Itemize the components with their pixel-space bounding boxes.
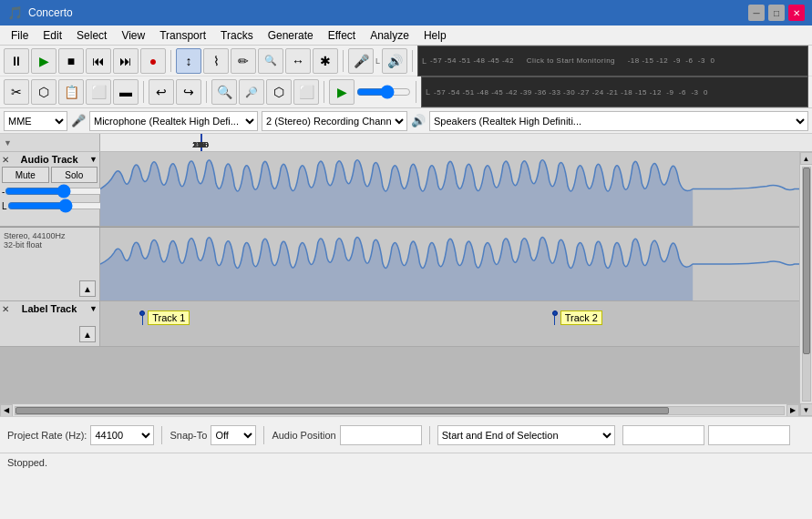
vscroll-down-button[interactable]: ▼ <box>800 403 813 416</box>
hscroll-thumb[interactable] <box>15 407 669 414</box>
channels-select[interactable]: 2 (Stereo) Recording Channels <box>262 111 407 131</box>
snap-to-select[interactable]: Off <box>211 425 256 445</box>
audio-track-waveform-top[interactable]: 1.0 0.0 -1.0 <box>100 152 799 226</box>
track-collapse-button[interactable]: ▲ <box>79 280 96 297</box>
pan-row: L R <box>2 199 98 212</box>
audio-track-controls-bottom: Stereo, 44100Hz32-bit float ▲ <box>0 228 100 300</box>
toolbar-container: ⏸ ▶ ■ ⏮ ⏭ ● ↕ ⌇ ✏ 🔍 ↔ ✱ 🎤 L 🔊 L -57 -54 … <box>0 46 812 108</box>
speakers-select[interactable]: Speakers (Realtek High Definiti... <box>429 111 808 131</box>
silence-button[interactable]: ▬ <box>113 79 139 105</box>
tick-245: 2:45 <box>192 140 209 149</box>
vu-meter-bottom[interactable]: L -57 -54 -51 -48 -45 -42 -39 -36 -33 -3… <box>421 76 808 107</box>
trim-button[interactable]: ⬜ <box>86 79 111 105</box>
skip-start-button[interactable]: ⏮ <box>86 48 111 74</box>
label-pin-1 <box>139 310 146 325</box>
mute-button[interactable]: Mute <box>2 167 49 183</box>
vscroll-thumb[interactable] <box>803 168 810 354</box>
menu-file[interactable]: File <box>4 27 36 44</box>
menu-tracks[interactable]: Tracks <box>213 27 261 44</box>
maximize-button[interactable]: □ <box>768 5 785 21</box>
sep-1 <box>170 50 171 72</box>
audio-track-controls: ✕ Audio Track ▼ Mute Solo - + L R <box>0 152 100 226</box>
speed-slider[interactable] <box>356 86 411 98</box>
mic-button[interactable]: 🎤 <box>348 48 374 74</box>
speaker-icon2: 🔊 <box>411 114 426 127</box>
copy-button[interactable]: ⬡ <box>31 79 57 105</box>
multi-tool-button[interactable]: ✱ <box>313 48 338 74</box>
menu-effect[interactable]: Effect <box>321 27 363 44</box>
paste-button[interactable]: 📋 <box>58 79 84 105</box>
collapse-area: ▲ <box>2 279 98 299</box>
hscroll-right-button[interactable]: ▶ <box>786 404 799 417</box>
selection-mode-group: Start and End of Selection <box>437 425 615 445</box>
status-sep-3 <box>429 426 430 444</box>
toolbar-row-2: ✂ ⬡ 📋 ⬜ ▬ ↩ ↪ 🔍 🔎 ⬡ ⬜ ▶ L -57 -54 -51 -4… <box>0 76 812 107</box>
label-text-track1[interactable]: Track 1 <box>148 310 190 325</box>
app-title: Concerto <box>28 6 743 19</box>
envelope-tool-button[interactable]: ⌇ <box>203 48 229 74</box>
zoom-out-button[interactable]: 🔎 <box>239 79 264 105</box>
play-at-speed-button[interactable]: ▶ <box>329 79 355 105</box>
vscroll-up-button[interactable]: ▲ <box>800 152 813 165</box>
track-close-button[interactable]: ✕ <box>2 155 9 165</box>
vscroll-track <box>802 167 811 402</box>
menu-transport[interactable]: Transport <box>152 27 213 44</box>
label-collapse-button[interactable]: ▲ <box>79 326 96 342</box>
undo-button[interactable]: ↩ <box>149 79 174 105</box>
menu-view[interactable]: View <box>114 27 152 44</box>
skip-end-button[interactable]: ⏭ <box>113 48 139 74</box>
select-tool-button[interactable]: ↕ <box>176 48 201 74</box>
label-pin-line-2 <box>554 316 555 325</box>
audio-track-waveform-bottom[interactable]: 1.0 0.0 -1.0 <box>100 228 799 300</box>
project-rate-select[interactable]: 44100 <box>90 425 154 445</box>
project-rate-group: Project Rate (Hz): 44100 <box>7 425 154 445</box>
label-track-dropdown[interactable]: ▼ <box>89 304 98 313</box>
menubar: File Edit Select View Transport Tracks G… <box>0 25 812 46</box>
selection-start-input[interactable]: 00 h 02 m 23.653 s <box>622 425 704 445</box>
timeline-corner-label: ▼ <box>0 134 99 151</box>
menu-help[interactable]: Help <box>416 27 454 44</box>
menu-generate[interactable]: Generate <box>261 27 321 44</box>
audio-position-label: Audio Position <box>272 430 335 441</box>
app-icon: 🎵 <box>7 5 23 20</box>
draw-tool-button[interactable]: ✏ <box>231 48 256 74</box>
selection-mode-select[interactable]: Start and End of Selection <box>437 425 615 445</box>
label-pin-2 <box>551 310 559 325</box>
play-button[interactable]: ▶ <box>31 48 57 74</box>
cut-button[interactable]: ✂ <box>4 79 29 105</box>
audio-position-input[interactable]: 00 h 02 m 23.653 s <box>340 425 422 445</box>
zoom-sel-button[interactable]: ⬡ <box>266 79 292 105</box>
record-button[interactable]: ● <box>140 48 166 74</box>
close-button[interactable]: ✕ <box>788 5 805 21</box>
label-track-waveform[interactable]: Track 1 Track 2 <box>100 301 799 346</box>
label-text-track2[interactable]: Track 2 <box>560 310 602 325</box>
stop-button[interactable]: ■ <box>58 48 84 74</box>
track-dropdown-button[interactable]: ▼ <box>89 155 98 164</box>
mic-icon: 🎤 <box>71 114 86 127</box>
solo-button[interactable]: Solo <box>51 167 98 183</box>
time-shift-button[interactable]: ↔ <box>285 48 311 74</box>
audio-api-select[interactable]: MME <box>4 111 67 131</box>
zoom-in-button[interactable]: 🔍 <box>211 79 237 105</box>
audio-position-group: Audio Position 00 h 02 m 23.653 s <box>272 425 421 445</box>
selection-end-input[interactable]: 00 h 02 m 36.776 s <box>708 425 790 445</box>
label-pin-line-1 <box>142 316 143 325</box>
label-track-close-button[interactable]: ✕ <box>2 304 9 314</box>
menu-select[interactable]: Select <box>69 27 114 44</box>
zoom-fit-button[interactable]: ⬜ <box>293 79 319 105</box>
speaker-button[interactable]: 🔊 <box>382 48 407 74</box>
menu-edit[interactable]: Edit <box>36 27 69 44</box>
menu-analyze[interactable]: Analyze <box>363 27 416 44</box>
label-track-header: ✕ Label Track ▼ <box>2 303 98 314</box>
timeline-corner: ▼ <box>0 134 100 151</box>
pause-button[interactable]: ⏸ <box>4 48 29 74</box>
mic-select[interactable]: Microphone (Realtek High Defi... <box>89 111 258 131</box>
hscroll-left-button[interactable]: ◀ <box>0 404 13 417</box>
window-controls: ─ □ ✕ <box>748 5 805 21</box>
redo-button[interactable]: ↪ <box>176 79 201 105</box>
timeline[interactable]: ▼ -15 0 15 30 45 1:00 1:15 1:30 1:45 2:0… <box>0 134 812 152</box>
zoom-tool-button[interactable]: 🔍 <box>258 48 283 74</box>
vu-meter-top[interactable]: L -57 -54 -51 -48 -45 -42 Click to Start… <box>417 46 808 76</box>
label-item-track1: Track 1 <box>139 310 190 325</box>
minimize-button[interactable]: ─ <box>748 5 765 21</box>
